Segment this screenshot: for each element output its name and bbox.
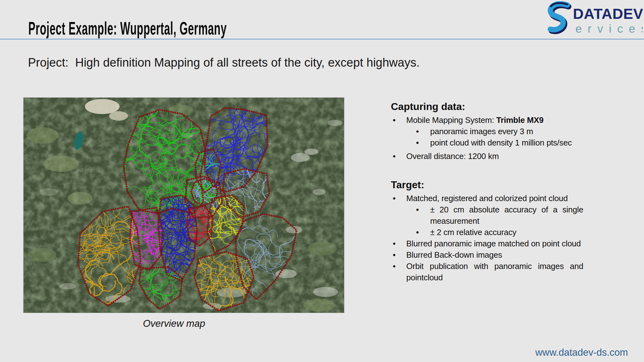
logo-s-icon xyxy=(550,3,569,31)
bullet-text: Matched, registered and colorized point … xyxy=(406,193,583,204)
bullet-item: • Orbit publication with panoramic image… xyxy=(391,261,583,283)
logo-brand-text: DATADEV xyxy=(573,5,643,22)
project-description: Project: High definition Mapping of all … xyxy=(28,56,500,69)
bullet-item: • panoramic images every 3 m xyxy=(391,126,583,137)
bullet-text: Blurred Back-down images xyxy=(406,249,583,261)
bullet-icon: • xyxy=(416,126,430,137)
bullet-item: • ± 2 cm relative accuracy xyxy=(391,227,583,238)
datadev-logo: DATADEV e r v i c e s xyxy=(547,1,643,38)
bullet-text: panoramic images every 3 m xyxy=(430,126,583,137)
bullet-icon: • xyxy=(416,227,430,238)
bullet-icon: • xyxy=(391,193,406,204)
bullet-text-plain: Mobile Mapping System: xyxy=(406,115,496,125)
bullet-icon: • xyxy=(391,151,406,162)
section-gap xyxy=(391,162,583,178)
capturing-heading: Capturing data: xyxy=(391,100,583,113)
bullet-icon: • xyxy=(391,261,406,283)
bullet-text: ± 20 cm absolute accuracy of a single me… xyxy=(430,204,583,227)
logo-services-text: e r v i c e s xyxy=(575,22,643,35)
target-heading: Target: xyxy=(391,178,583,191)
bullet-icon: • xyxy=(416,204,430,227)
bullet-item: • point cloud with density 1 million pts… xyxy=(391,137,583,148)
bullet-text: Orbit publication with panoramic images … xyxy=(406,261,583,283)
bullet-text: point cloud with density 1 million pts/s… xyxy=(430,137,583,148)
bullet-item: • Blurred panoramic image matched on poi… xyxy=(391,238,583,249)
title-rule xyxy=(0,39,644,40)
bullet-text: Blurred panoramic image matched on point… xyxy=(406,238,583,249)
map-image xyxy=(24,98,344,313)
bullet-item: • Matched, registered and colorized poin… xyxy=(391,193,583,204)
bullet-item: • Blurred Back-down images xyxy=(391,249,583,261)
bullet-item: • ± 20 cm absolute accuracy of a single … xyxy=(391,204,583,227)
bullet-item: • Overall distance: 1200 km xyxy=(391,151,583,162)
bullet-icon: • xyxy=(416,137,430,148)
bullet-text: Mobile Mapping System: Trimble MX9 xyxy=(406,114,583,126)
map-caption: Overview map xyxy=(14,318,334,329)
overview-map-figure xyxy=(23,97,344,313)
slide-title: Project Example: Wuppertal, Germany xyxy=(28,18,227,39)
bullet-icon: • xyxy=(391,249,406,261)
bullet-text: Overall distance: 1200 km xyxy=(406,151,583,162)
footer-url-link[interactable]: www.datadev-ds.com xyxy=(535,347,628,358)
details-panel: Capturing data: • Mobile Mapping System:… xyxy=(391,100,583,283)
bullet-text-bold: Trimble MX9 xyxy=(496,115,543,125)
bullet-item: • Mobile Mapping System: Trimble MX9 xyxy=(391,114,583,126)
logo-graphic: DATADEV e r v i c e s xyxy=(547,1,643,38)
bullet-text: ± 2 cm relative accuracy xyxy=(430,227,583,238)
bullet-icon: • xyxy=(391,114,406,126)
bullet-icon: • xyxy=(391,238,406,249)
satellite-background xyxy=(24,98,344,313)
